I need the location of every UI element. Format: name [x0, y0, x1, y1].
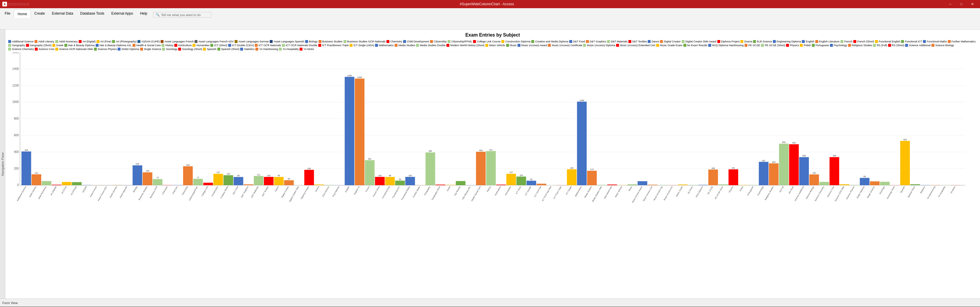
bar[interactable] [32, 174, 41, 185]
svg-text:NVQ Diploma: NVQ Diploma [695, 186, 704, 198]
bar[interactable] [536, 184, 546, 185]
bar[interactable] [567, 169, 577, 185]
legend-item: Music (Access) Extended Cert [616, 44, 655, 47]
bar[interactable] [810, 174, 819, 185]
legend-item: Business Studies [318, 40, 342, 43]
bar[interactable] [183, 166, 193, 185]
bar[interactable] [355, 79, 364, 185]
svg-text:Spanish: Spanish [900, 186, 906, 193]
bar[interactable] [607, 185, 617, 185]
bar[interactable] [345, 77, 354, 185]
svg-text:Adult Literacy: Adult Literacy [29, 186, 37, 198]
bar[interactable] [426, 152, 435, 185]
svg-text:Child Dev: Child Dev [172, 186, 178, 194]
bar[interactable] [365, 160, 374, 185]
bar[interactable] [62, 182, 72, 185]
bar[interactable] [274, 177, 284, 185]
bar[interactable] [708, 170, 718, 185]
bar[interactable] [900, 141, 910, 185]
bar[interactable] [769, 164, 778, 185]
bar[interactable] [21, 151, 31, 185]
legend-item: Diploma Project [717, 40, 740, 43]
bar[interactable] [587, 171, 597, 185]
legend-item: ELB Science [753, 40, 772, 43]
bar[interactable] [203, 183, 213, 185]
bar[interactable] [496, 185, 506, 185]
bar[interactable] [789, 144, 799, 185]
tab-home[interactable]: Home [14, 10, 31, 18]
bar[interactable] [840, 184, 849, 185]
navigation-pane[interactable]: Navigation Pane [0, 30, 5, 299]
bar[interactable] [678, 185, 688, 185]
search-bar[interactable]: 🔍 Tell me what you want to do [153, 12, 212, 17]
bar[interactable] [315, 185, 324, 185]
bar[interactable] [213, 174, 223, 185]
bar[interactable] [143, 172, 153, 185]
bar[interactable] [456, 181, 465, 185]
maximize-button[interactable]: □ [956, 0, 967, 8]
bar[interactable] [153, 179, 162, 185]
bar[interactable] [446, 185, 455, 185]
bar[interactable] [193, 179, 203, 185]
bar[interactable] [41, 181, 51, 185]
bar[interactable] [516, 177, 526, 185]
bar[interactable] [486, 151, 496, 185]
bar[interactable] [870, 181, 880, 185]
tab-external-apps[interactable]: External Apps [108, 10, 137, 17]
close-button[interactable]: ✕ [967, 0, 978, 8]
bar[interactable] [698, 185, 708, 185]
bar[interactable] [527, 181, 536, 185]
bar[interactable] [264, 177, 274, 185]
bar[interactable] [880, 182, 889, 185]
tab-file[interactable]: File [1, 10, 14, 17]
minimize-button[interactable]: – [945, 0, 955, 8]
bar[interactable] [52, 185, 61, 185]
svg-text:100: 100 [408, 175, 412, 177]
bar[interactable] [234, 177, 243, 185]
bar[interactable] [729, 169, 738, 185]
bar[interactable] [385, 177, 395, 185]
legend-item: Music (Access) Diploma [583, 44, 615, 47]
tab-help[interactable]: Help [137, 10, 151, 17]
bar[interactable] [799, 157, 809, 185]
bar[interactable] [910, 184, 920, 185]
title-bar: A □ □ □ □ □ □ □ #SuperWideColumnChart - … [0, 0, 980, 8]
bar[interactable] [759, 162, 768, 185]
bar[interactable] [597, 185, 607, 185]
svg-text:Digital Creator: Digital Creator [281, 186, 290, 199]
legend-item: Science Additional [905, 44, 931, 47]
tab-external-data[interactable]: External Data [48, 10, 76, 17]
bar[interactable] [476, 152, 485, 185]
svg-text:Chemistry: Chemistry [161, 186, 168, 195]
bar[interactable] [405, 177, 415, 185]
bar[interactable] [819, 182, 829, 185]
bar[interactable] [648, 185, 657, 185]
bar[interactable] [284, 180, 294, 185]
bar[interactable] [132, 165, 142, 185]
bar[interactable] [254, 176, 264, 185]
bar[interactable] [719, 185, 728, 185]
bar[interactable] [244, 185, 253, 185]
bar[interactable] [577, 102, 587, 185]
bar[interactable] [395, 181, 405, 185]
bar[interactable] [375, 177, 385, 185]
bar[interactable] [860, 178, 869, 185]
svg-text:RS Full: RS Full [779, 186, 784, 192]
bar[interactable] [627, 185, 637, 185]
tab-database-tools[interactable]: Database Tools [76, 10, 108, 17]
bar[interactable] [223, 175, 233, 185]
bar[interactable] [779, 143, 789, 185]
bar[interactable] [436, 185, 445, 185]
bar[interactable] [72, 182, 82, 185]
bar[interactable] [830, 157, 839, 185]
legend-item: ICT OCR Nationals [255, 44, 281, 47]
svg-text:Citizenship: Citizenship [181, 186, 188, 196]
window-controls[interactable]: – □ ✕ [945, 0, 978, 8]
bar[interactable] [506, 174, 516, 185]
bar[interactable] [638, 181, 648, 185]
legend-item: Digital Creator Dble Award [682, 40, 716, 43]
tab-create[interactable]: Create [31, 10, 48, 17]
svg-text:500: 500 [782, 141, 786, 143]
bar[interactable] [304, 170, 314, 185]
legend-item: D&T Food [569, 40, 585, 43]
